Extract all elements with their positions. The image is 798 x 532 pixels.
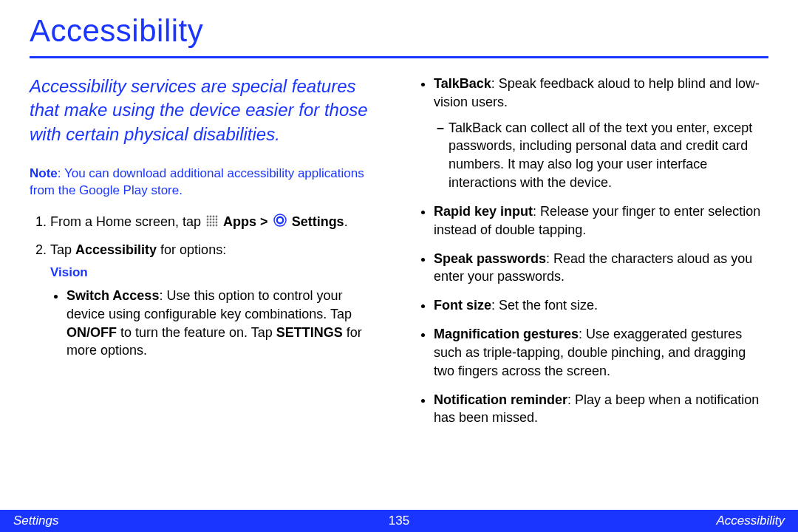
right-column: TalkBack: Speak feedback aloud to help b… xyxy=(417,75,768,437)
step1-post: . xyxy=(344,214,348,229)
svg-point-6 xyxy=(213,218,215,220)
step-1: From a Home screen, tap Apps > xyxy=(50,213,381,232)
step2-pre: Tap xyxy=(50,242,75,257)
settings-gear-icon xyxy=(273,214,287,232)
step1-settings-label: Settings xyxy=(292,214,344,229)
talkback-sublist: TalkBack can collect all of the text you… xyxy=(434,119,768,192)
mag-bold: Magnification gestures xyxy=(434,327,579,341)
page-footer: Settings 135 Accessibility xyxy=(0,510,798,532)
footer-right: Accessibility xyxy=(716,514,785,528)
step2-post: for options: xyxy=(157,242,226,257)
note-body: : You can download additional accessibil… xyxy=(30,166,364,197)
svg-point-5 xyxy=(210,218,212,220)
svg-point-3 xyxy=(216,215,218,217)
steps-list: From a Home screen, tap Apps > xyxy=(30,213,381,360)
svg-point-8 xyxy=(207,221,209,223)
right-bullets: TalkBack: Speak feedback aloud to help b… xyxy=(417,75,768,427)
svg-point-17 xyxy=(276,217,282,223)
svg-point-7 xyxy=(216,218,218,220)
bullet-rapid-key: Rapid key input: Release your finger to … xyxy=(434,202,768,239)
fontsize-bold: Font size xyxy=(434,298,491,313)
svg-point-10 xyxy=(213,221,215,223)
left-column: Accessibility services are special featu… xyxy=(30,75,381,437)
switch-onoff: ON/OFF xyxy=(66,325,117,340)
svg-point-11 xyxy=(216,221,218,223)
talkback-sub-item: TalkBack can collect all of the text you… xyxy=(449,119,768,192)
step1-apps-label: Apps > xyxy=(223,214,272,229)
footer-left: Settings xyxy=(13,514,58,528)
svg-point-14 xyxy=(213,224,215,226)
svg-point-13 xyxy=(210,224,212,226)
svg-point-16 xyxy=(274,214,286,226)
vision-heading: Vision xyxy=(50,264,381,281)
vision-list: Switch Access: Use this option to contro… xyxy=(50,287,381,360)
svg-point-2 xyxy=(213,215,215,217)
svg-point-4 xyxy=(207,218,209,220)
step1-pre: From a Home screen, tap xyxy=(50,214,205,229)
svg-point-12 xyxy=(207,224,209,226)
switch-settings-bold: SETTINGS xyxy=(276,325,343,340)
fontsize-text: : Set the font size. xyxy=(491,298,598,313)
content-columns: Accessibility services are special featu… xyxy=(30,75,768,437)
svg-point-9 xyxy=(210,221,212,223)
bullet-talkback: TalkBack: Speak feedback aloud to help b… xyxy=(434,75,768,192)
rapid-bold: Rapid key input xyxy=(434,204,533,219)
switch-b: to turn the feature on. Tap xyxy=(117,325,276,340)
notif-bold: Notification reminder xyxy=(434,392,567,407)
note-label: Note xyxy=(30,166,58,180)
bullet-font-size: Font size: Set the font size. xyxy=(434,296,768,315)
title-rule xyxy=(30,56,768,58)
footer-page-number: 135 xyxy=(389,514,409,528)
switch-access-bold: Switch Access xyxy=(66,288,159,303)
speakpw-bold: Speak passwords xyxy=(434,251,546,266)
step2-bold: Accessibility xyxy=(75,242,157,257)
bullet-magnification: Magnification gestures: Use exaggerated … xyxy=(434,325,768,380)
note-text: Note: You can download additional access… xyxy=(30,166,381,200)
page-title: Accessibility xyxy=(30,13,768,53)
page: Accessibility Accessibility services are… xyxy=(0,0,798,532)
bullet-notification-reminder: Notification reminder: Play a beep when … xyxy=(434,391,768,428)
bullet-switch-access: Switch Access: Use this option to contro… xyxy=(66,287,381,360)
step-2: Tap Accessibility for options: Vision Sw… xyxy=(50,241,381,361)
svg-point-0 xyxy=(207,215,209,217)
svg-point-15 xyxy=(216,224,218,226)
bullet-speak-passwords: Speak passwords: Read the characters alo… xyxy=(434,250,768,287)
intro-text: Accessibility services are special featu… xyxy=(30,75,381,146)
apps-grid-icon xyxy=(206,214,218,232)
svg-point-1 xyxy=(210,215,212,217)
talkback-bold: TalkBack xyxy=(434,76,491,91)
